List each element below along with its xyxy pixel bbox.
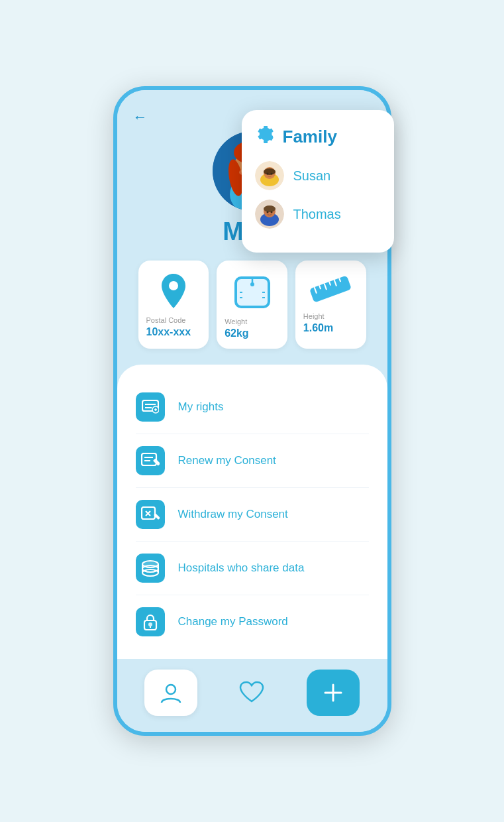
hospitals-label: Hospitals who share data <box>178 561 305 575</box>
weight-label: Weight <box>225 318 247 325</box>
height-value: 1.60m <box>303 322 333 334</box>
bottom-nav <box>117 659 387 732</box>
nav-add[interactable] <box>307 670 360 716</box>
height-label: Height <box>303 312 325 320</box>
renew-label: Renew my Consent <box>178 454 276 467</box>
family-popup-header: Family <box>255 125 378 149</box>
menu-item-rights[interactable]: My rights <box>136 381 369 434</box>
svg-point-60 <box>148 622 152 626</box>
weight-icon <box>233 272 272 311</box>
thomas-name: Thomas <box>293 207 341 222</box>
weight-value: 62kg <box>225 327 248 339</box>
family-popup: Family Susan <box>242 110 394 253</box>
svg-point-10 <box>266 211 268 213</box>
location-icon <box>159 272 188 310</box>
menu-item-withdraw[interactable]: Withdraw my Consent <box>136 488 369 542</box>
postal-value: 10xx-xxx <box>146 326 191 338</box>
thomas-avatar <box>255 200 284 229</box>
password-icon <box>136 607 165 636</box>
menu-item-hospitals[interactable]: Hospitals who share data <box>136 542 369 595</box>
nav-health[interactable] <box>225 670 278 716</box>
person-icon <box>159 681 183 705</box>
stat-card-weight: Weight 62kg <box>217 261 287 349</box>
svg-point-4 <box>266 173 268 175</box>
withdraw-icon <box>136 500 165 529</box>
password-label: Change my Password <box>178 615 288 628</box>
withdraw-label: Withdraw my Consent <box>178 508 288 521</box>
svg-point-11 <box>270 211 272 213</box>
hospitals-icon <box>136 554 165 583</box>
svg-point-9 <box>264 206 276 212</box>
stat-card-postal: Postal Code 10xx-xxx <box>138 261 209 349</box>
svg-rect-43 <box>142 453 156 465</box>
susan-avatar <box>255 161 284 190</box>
stats-row: Postal Code 10xx-xxx <box>133 261 372 365</box>
svg-point-22 <box>169 281 178 290</box>
bottom-section: My rights Renew my Consent <box>117 365 387 659</box>
heart-icon <box>239 681 264 705</box>
family-title: Family <box>283 127 337 147</box>
postal-label: Postal Code <box>146 316 186 324</box>
menu-item-renew[interactable]: Renew my Consent <box>136 434 369 488</box>
height-icon-area <box>303 272 358 306</box>
stat-card-height: Height 1.60m <box>295 261 366 349</box>
rights-label: My rights <box>178 400 224 414</box>
weight-icon-area <box>225 272 279 311</box>
gear-icon <box>255 125 275 149</box>
svg-point-3 <box>264 168 276 175</box>
family-member-susan[interactable]: Susan <box>255 161 378 190</box>
rights-icon <box>136 392 165 422</box>
nav-profile[interactable] <box>144 670 197 716</box>
plus-icon <box>322 681 344 704</box>
svg-point-5 <box>270 173 272 175</box>
ruler-icon <box>305 266 356 312</box>
menu-item-password[interactable]: Change my Password <box>136 595 369 648</box>
svg-point-62 <box>166 685 176 694</box>
family-member-thomas[interactable]: Thomas <box>255 200 378 229</box>
susan-name: Susan <box>293 168 331 184</box>
phone-frame: Family Susan <box>113 86 391 736</box>
renew-icon <box>136 446 165 475</box>
svg-rect-30 <box>309 275 352 302</box>
back-button[interactable]: ← <box>133 109 148 126</box>
postal-icon-area <box>146 272 201 310</box>
